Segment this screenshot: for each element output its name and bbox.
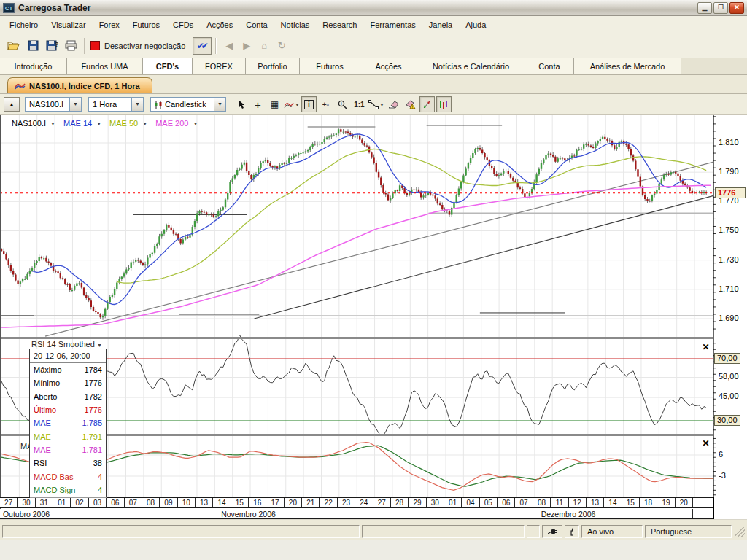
- menu-item-conta[interactable]: Conta: [239, 18, 274, 32]
- interval-select[interactable]: 1 Hora ▼: [88, 97, 144, 112]
- tab-conta[interactable]: Conta: [525, 58, 574, 74]
- eraser-button[interactable]: [386, 96, 401, 112]
- date-cell: 29: [409, 498, 426, 508]
- chevron-down-icon[interactable]: ▼: [50, 121, 55, 126]
- menu-item-forex[interactable]: Forex: [93, 18, 126, 32]
- chevron-down-icon[interactable]: ▼: [193, 121, 198, 126]
- live-mode-selector[interactable]: Ao vivo: [581, 525, 643, 538]
- menu-item-acções[interactable]: Acções: [200, 18, 239, 32]
- home-button[interactable]: ⌂: [255, 37, 273, 55]
- month-cell: Dezembro 2006: [444, 509, 693, 518]
- data-window-row-value: 1.781: [82, 446, 102, 454]
- legend-item[interactable]: MAE 200▼: [155, 119, 206, 128]
- resize-grip[interactable]: [735, 527, 745, 537]
- up-arrow-icon: ▲: [9, 101, 15, 108]
- menu-item-ajuda[interactable]: Ajuda: [459, 18, 492, 32]
- symbol-select[interactable]: NAS100.I ▼: [25, 97, 82, 112]
- data-window-header: 20-12-06, 20:00: [30, 349, 106, 363]
- cursor-tool-button[interactable]: [233, 96, 249, 112]
- tab-portfolio[interactable]: Portfolio: [246, 58, 300, 74]
- print-button[interactable]: [61, 36, 80, 55]
- back-button[interactable]: ◀: [220, 37, 238, 55]
- chevron-down-icon[interactable]: ▼: [97, 343, 102, 348]
- menu-item-notícias[interactable]: Notícias: [274, 18, 317, 32]
- chevron-down-icon[interactable]: ▼: [214, 98, 225, 111]
- date-cell: 11: [551, 498, 568, 508]
- legend-item[interactable]: MAE 50▼: [109, 119, 155, 128]
- legend-label: MAE 14: [63, 119, 92, 128]
- tab-ac-es[interactable]: Acções: [360, 58, 417, 74]
- zoom-tool-button[interactable]: +: [335, 96, 350, 112]
- crosshair-tool-button[interactable]: +: [250, 96, 266, 112]
- chevron-down-icon[interactable]: ▼: [69, 98, 81, 111]
- forward-button[interactable]: ▶: [238, 37, 255, 55]
- chart-type-select[interactable]: Candlestick ▼: [150, 97, 226, 112]
- save-button[interactable]: [23, 36, 42, 55]
- legend-label: MAE 50: [109, 119, 138, 128]
- chart-canvas[interactable]: [0, 115, 747, 519]
- price-axis-label: 1.750: [719, 225, 739, 234]
- connection-status[interactable]: [542, 525, 562, 538]
- menu-item-janela[interactable]: Janela: [422, 18, 459, 32]
- indicator-style-button[interactable]: [436, 96, 452, 112]
- trading-toggle[interactable]: Desactivar negociação: [104, 42, 185, 50]
- open-button[interactable]: [4, 36, 23, 55]
- chart-type-value: Candlestick: [165, 100, 211, 109]
- collapse-panel-button[interactable]: ▲: [4, 97, 20, 112]
- chart-area: NAS100.I▼MAE 14▼MAE 50▼MAE 200▼ RSI 14 S…: [0, 115, 747, 519]
- tab-not-cias-e-calend-rio[interactable]: Notícias e Calendário: [417, 58, 525, 74]
- add-window-button[interactable]: +▫: [318, 96, 333, 112]
- menu-item-ficheiro[interactable]: Ficheiro: [3, 18, 44, 32]
- measure-tool-button[interactable]: [419, 96, 435, 112]
- trendline-tool-button[interactable]: ▼: [368, 96, 384, 112]
- tab-fundos-uma[interactable]: Fundos UMA: [67, 58, 143, 74]
- tab-introdu-o[interactable]: Introdução: [0, 58, 67, 74]
- stop-trading-icon: [90, 41, 100, 50]
- date-cell: 14: [213, 498, 231, 508]
- toolbar-separator: [84, 38, 85, 54]
- menu-item-visualizar[interactable]: Visualizar: [44, 18, 93, 32]
- chevron-down-icon[interactable]: ▼: [379, 102, 384, 107]
- refresh-button[interactable]: ↻: [273, 37, 290, 55]
- save-as-button[interactable]: ?: [42, 36, 61, 55]
- macd-close-button[interactable]: ✕: [700, 439, 711, 449]
- menu-item-research[interactable]: Research: [316, 18, 363, 32]
- tab-futuros[interactable]: Futuros: [300, 58, 360, 74]
- chevron-down-icon[interactable]: ▼: [142, 121, 147, 126]
- rsi-close-button[interactable]: ✕: [700, 343, 711, 353]
- minimize-button[interactable]: ▁: [697, 2, 712, 14]
- month-cell: Novembro 2006: [53, 509, 444, 518]
- date-cell: 18: [640, 498, 657, 508]
- main-toolbar: ? Desactivar negociação ✔✔ ◀ ▶ ⌂ ↻: [0, 34, 747, 58]
- chart-document-tab[interactable]: NAS100.I, Índice CFD, 1 Hora: [7, 77, 152, 93]
- data-window-row-value: 1.791: [82, 432, 102, 441]
- menu-item-futuros[interactable]: Futuros: [126, 18, 166, 32]
- grid-toggle-button[interactable]: ▦: [267, 96, 282, 112]
- data-window-row-label: Mínimo: [34, 378, 60, 387]
- date-cell: 13: [587, 498, 604, 508]
- rsi-panel-title[interactable]: RSI 14 Smoothed: [31, 340, 95, 349]
- language-selector[interactable]: Portuguese: [645, 525, 732, 538]
- one-to-one-button[interactable]: 1:1: [352, 96, 367, 112]
- security-status[interactable]: [565, 525, 579, 538]
- date-cell: 08: [142, 498, 160, 508]
- confirm-orders-button[interactable]: ✔✔: [193, 37, 212, 55]
- tab-cfd-s[interactable]: CFD's: [143, 58, 193, 74]
- cursor-icon: [237, 99, 245, 109]
- chevron-down-icon[interactable]: ▼: [295, 102, 300, 107]
- info-window-button[interactable]: i: [301, 96, 317, 112]
- legend-item[interactable]: NAS100.I▼: [12, 119, 63, 128]
- delete-all-objects-button[interactable]: !: [403, 96, 418, 112]
- legend-item[interactable]: MAE 14▼: [63, 119, 109, 128]
- menu-item-ferramentas[interactable]: Ferramentas: [363, 18, 422, 32]
- tab-forex[interactable]: FOREX: [193, 58, 246, 74]
- tab-an-lises-de-mercado[interactable]: Análises de Mercado: [574, 58, 681, 74]
- data-window-row-label: Último: [34, 405, 56, 414]
- data-window-row: MACD Bas-4: [30, 470, 106, 483]
- maximize-button[interactable]: ❐: [713, 2, 728, 14]
- menu-item-cfds[interactable]: CFDs: [166, 18, 200, 32]
- chevron-down-icon[interactable]: ▼: [96, 121, 101, 126]
- indicators-button[interactable]: ▼: [284, 96, 300, 112]
- chevron-down-icon[interactable]: ▼: [131, 98, 143, 111]
- close-button[interactable]: ✕: [729, 2, 744, 14]
